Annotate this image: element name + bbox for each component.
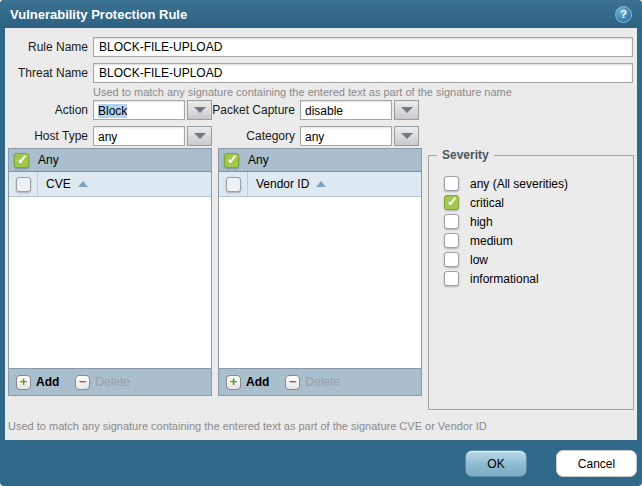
vendor-id-panel: Any Vendor ID Add Delete [218,148,422,396]
severity-high-label: high [470,215,493,229]
vendor-id-select-all-checkbox[interactable] [226,177,241,192]
severity-option-any[interactable]: any (All severities) [444,176,568,191]
cve-column-header[interactable]: CVE [9,171,211,197]
category-label: Category [195,126,295,146]
severity-option-medium[interactable]: medium [444,233,568,248]
host-type-label: Host Type [5,126,88,146]
severity-informational-label: informational [470,272,539,286]
vendor-id-any-checkbox[interactable] [224,153,239,168]
cancel-button[interactable]: Cancel [556,450,637,477]
severity-group: Severity any (All severities) critical h… [428,155,634,410]
cve-column-title[interactable]: CVE [38,177,88,191]
cve-panel-footer: Add Delete [9,368,211,395]
severity-any-checkbox[interactable] [444,176,459,191]
vendor-id-column-label: Vendor ID [256,177,309,191]
cve-select-all-cell [9,172,38,196]
cve-add-button[interactable]: Add [16,375,59,390]
severity-option-low[interactable]: low [444,252,568,267]
packet-capture-dropdown-value[interactable]: disable [300,100,392,120]
severity-low-label: low [470,253,488,267]
severity-option-high[interactable]: high [444,214,568,229]
threat-name-label: Threat Name [5,63,88,83]
severity-option-critical[interactable]: critical [444,195,568,210]
cve-any-label: Any [38,153,59,167]
severity-option-informational[interactable]: informational [444,271,568,286]
help-icon[interactable] [615,6,632,23]
cve-any-row[interactable]: Any [9,149,211,171]
severity-informational-checkbox[interactable] [444,271,459,286]
minus-icon [75,375,90,390]
rule-name-input[interactable] [93,37,633,57]
cve-any-checkbox[interactable] [14,153,29,168]
dialog-title-bar: Vulnerability Protection Rule [0,0,642,28]
cve-list [9,197,211,368]
cve-panel: Any CVE Add Delete [8,148,212,396]
vendor-id-any-row[interactable]: Any [219,149,421,171]
vendor-id-column-title[interactable]: Vendor ID [248,177,326,191]
threat-name-input[interactable] [93,63,633,83]
chevron-down-icon [401,107,413,113]
vendor-id-select-all-cell [219,172,248,196]
vendor-id-add-label: Add [246,375,269,389]
action-dropdown-value[interactable]: Block [93,100,185,120]
plus-icon [226,375,241,390]
cve-column-label: CVE [46,177,71,191]
category-dropdown[interactable]: any [300,126,419,146]
vendor-id-delete-button[interactable]: Delete [285,375,340,390]
vendor-id-panel-footer: Add Delete [219,368,421,395]
packet-capture-dropdown-button[interactable] [394,100,419,120]
category-dropdown-value[interactable]: any [300,126,392,146]
cve-delete-label: Delete [95,375,130,389]
minus-icon [285,375,300,390]
vendor-id-add-button[interactable]: Add [226,375,269,390]
cve-add-label: Add [36,375,59,389]
vendor-id-list [219,197,421,368]
cve-delete-button[interactable]: Delete [75,375,130,390]
severity-critical-label: critical [470,196,504,210]
severity-critical-checkbox[interactable] [444,195,459,210]
dialog-content: Rule Name Threat Name Used to match any … [5,28,637,440]
vulnerability-protection-rule-dialog: Vulnerability Protection Rule Rule Name … [0,0,642,486]
packet-capture-dropdown[interactable]: disable [300,100,419,120]
severity-medium-label: medium [470,234,513,248]
dialog-title: Vulnerability Protection Rule [10,7,615,22]
severity-medium-checkbox[interactable] [444,233,459,248]
category-dropdown-button[interactable] [394,126,419,146]
packet-capture-label: Packet Capture [195,100,295,120]
vendor-id-delete-label: Delete [305,375,340,389]
host-type-dropdown-value[interactable]: any [93,126,185,146]
threat-name-helper: Used to match any signature containing t… [93,86,512,98]
signature-match-note: Used to match any signature containing t… [8,420,487,432]
action-selected-text: Block [98,104,127,118]
sort-asc-icon[interactable] [316,181,326,187]
severity-legend: Severity [437,148,494,162]
severity-low-checkbox[interactable] [444,252,459,267]
plus-icon [16,375,31,390]
vendor-id-any-label: Any [248,153,269,167]
severity-any-label: any (All severities) [470,177,568,191]
rule-name-label: Rule Name [5,37,88,57]
ok-button[interactable]: OK [465,450,527,477]
action-label: Action [5,100,88,120]
vendor-id-column-header[interactable]: Vendor ID [219,171,421,197]
chevron-down-icon [401,133,413,139]
severity-high-checkbox[interactable] [444,214,459,229]
cve-select-all-checkbox[interactable] [16,177,31,192]
severity-options: any (All severities) critical high mediu… [444,176,568,286]
sort-asc-icon[interactable] [78,181,88,187]
